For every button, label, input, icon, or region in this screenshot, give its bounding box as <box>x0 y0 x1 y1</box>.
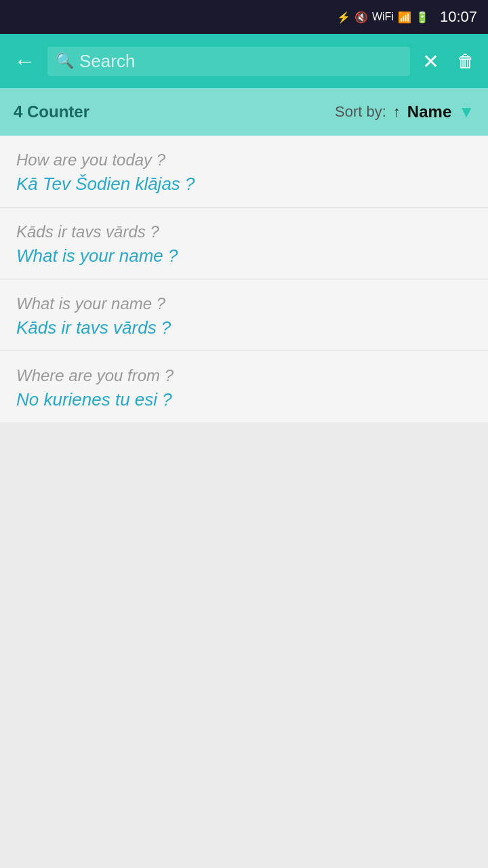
phrase-list: How are you today ?Kā Tev Šodien klājas … <box>0 136 488 422</box>
mute-icon: 🔇 <box>354 11 368 24</box>
battery-icon: 🔋 <box>415 11 429 24</box>
list-item-secondary: No kurienes tu esi ? <box>16 389 472 410</box>
sort-name: Name <box>407 102 451 121</box>
sort-dropdown-icon[interactable]: ▼ <box>458 102 474 121</box>
status-icons: ⚡ 🔇 WiFi 📶 🔋 <box>337 11 429 24</box>
search-icon: 🔍 <box>56 52 74 70</box>
sort-bar: 4 Counter Sort by: ↑ Name ▼ <box>0 88 488 136</box>
list-item[interactable]: How are you today ?Kā Tev Šodien klājas … <box>0 136 488 208</box>
list-item-primary: Kāds ir tavs vārds ? <box>16 222 472 241</box>
sort-section[interactable]: Sort by: ↑ Name ▼ <box>335 102 474 121</box>
counter-label: 4 Counter <box>14 102 335 121</box>
search-input-wrapper[interactable]: 🔍 <box>47 47 410 76</box>
wifi-icon: WiFi <box>372 11 394 23</box>
signal-icon: 📶 <box>398 11 411 24</box>
list-item-primary: How are you today ? <box>16 151 472 170</box>
delete-button[interactable]: 🗑 <box>451 45 480 77</box>
list-item-primary: Where are you from ? <box>16 366 472 385</box>
sort-by-label: Sort by: <box>335 103 386 121</box>
status-time: 10:07 <box>440 8 477 26</box>
list-item-secondary: What is your name ? <box>16 245 472 267</box>
bluetooth-icon: ⚡ <box>337 11 350 24</box>
list-item[interactable]: Kāds ir tavs vārds ?What is your name ? <box>0 208 488 279</box>
list-item[interactable]: What is your name ?Kāds ir tavs vārds ? <box>0 279 488 351</box>
search-bar: ← 🔍 ✕ 🗑 <box>0 34 488 88</box>
list-item[interactable]: Where are you from ?No kurienes tu esi ? <box>0 351 488 422</box>
back-button[interactable]: ← <box>8 43 41 79</box>
list-item-secondary: Kā Tev Šodien klājas ? <box>16 174 472 195</box>
clear-button[interactable]: ✕ <box>417 44 445 79</box>
sort-arrow-icon: ↑ <box>393 103 401 121</box>
status-bar: ⚡ 🔇 WiFi 📶 🔋 10:07 <box>0 0 488 34</box>
list-item-secondary: Kāds ir tavs vārds ? <box>16 317 472 338</box>
search-input[interactable] <box>79 51 402 72</box>
list-item-primary: What is your name ? <box>16 294 472 313</box>
